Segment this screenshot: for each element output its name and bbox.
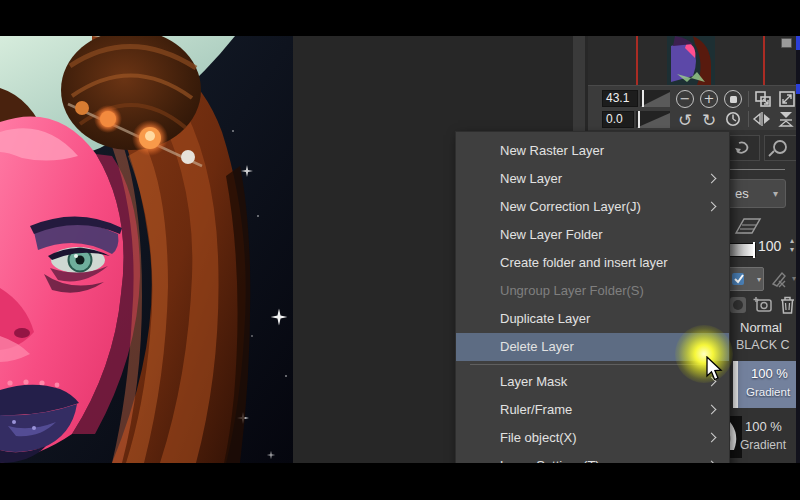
zoom-in-button[interactable]: + bbox=[700, 90, 718, 108]
submenu-arrow-icon bbox=[707, 202, 717, 212]
new-layer-button[interactable] bbox=[753, 294, 774, 316]
tab-auto-action[interactable] bbox=[728, 135, 760, 161]
menu-item-create-folder-insert-layer[interactable]: Create folder and insert layer bbox=[456, 249, 729, 277]
navigator-preview-area[interactable] bbox=[588, 36, 800, 85]
clipping-combo-button[interactable]: ▾ bbox=[726, 267, 764, 291]
flip-horizontal-button[interactable] bbox=[752, 110, 770, 128]
zoom-value-field[interactable]: 43.1 bbox=[602, 90, 638, 107]
opacity-slider-handle[interactable] bbox=[753, 242, 755, 258]
letterbox-top bbox=[0, 0, 800, 36]
zoom-slider[interactable] bbox=[640, 90, 670, 107]
menu-item-new-raster-layer[interactable]: New Raster Layer bbox=[456, 137, 729, 165]
rotation-value-field[interactable]: 0.0 bbox=[602, 111, 634, 128]
menu-item-layer-mask[interactable]: Layer Mask bbox=[456, 368, 729, 396]
layer-row-selected[interactable]: 100 % Gradient bbox=[738, 361, 800, 408]
chevron-down-icon: ▾ bbox=[773, 180, 778, 207]
layer-opacity[interactable]: 100 % bbox=[745, 419, 782, 434]
window-edge bbox=[796, 36, 800, 463]
effect-combo-button-disabled[interactable]: ▾ bbox=[768, 267, 798, 291]
chevron-down-icon: ▾ bbox=[757, 275, 761, 284]
menu-item-new-layer-folder[interactable]: New Layer Folder bbox=[456, 221, 729, 249]
layer-name: Gradient bbox=[746, 386, 798, 398]
fit-vertical-button[interactable] bbox=[778, 110, 796, 128]
menu-item-new-correction-layer[interactable]: New Correction Layer(J) bbox=[456, 193, 729, 221]
menu-item-layer-settings-partial[interactable]: Layer Settings(T) bbox=[456, 452, 729, 463]
panel-window-icon[interactable] bbox=[781, 38, 792, 48]
navigator-frame-right bbox=[763, 36, 765, 85]
submenu-arrow-icon bbox=[707, 405, 717, 415]
rotate-right-button[interactable]: ↻ bbox=[699, 110, 719, 130]
layer-palette-tab-icon[interactable] bbox=[730, 215, 764, 239]
menu-item-file-object[interactable]: File object(X) bbox=[456, 424, 729, 452]
menu-item-ungroup-layer-folder: Ungroup Layer Folder(S) bbox=[456, 277, 729, 305]
layer-name[interactable]: Gradient bbox=[740, 438, 798, 452]
app-window: 43.1 − + bbox=[0, 0, 800, 500]
layer-context-menu: New Raster Layer New Layer New Correctio… bbox=[455, 131, 730, 463]
rotation-slider[interactable] bbox=[636, 111, 670, 128]
actual-size-button[interactable] bbox=[724, 90, 742, 108]
zoom-out-button[interactable]: − bbox=[676, 90, 694, 108]
menu-item-delete-layer[interactable]: Delete Layer bbox=[456, 333, 729, 361]
submenu-arrow-icon bbox=[707, 433, 717, 443]
navigator-frame-left bbox=[636, 36, 638, 85]
opacity-value[interactable]: 100 bbox=[758, 238, 786, 254]
reset-rotation-button[interactable] bbox=[724, 110, 742, 128]
layer-mask-button[interactable] bbox=[728, 294, 749, 316]
letterbox-bottom bbox=[0, 463, 800, 500]
workspace: 43.1 − + bbox=[0, 36, 800, 463]
layer-opacity: 100 % bbox=[751, 366, 788, 381]
artwork-canvas[interactable] bbox=[0, 36, 293, 463]
menu-item-new-layer[interactable]: New Layer bbox=[456, 165, 729, 193]
rotate-left-button[interactable]: ↺ bbox=[675, 110, 695, 130]
opacity-slider[interactable] bbox=[726, 243, 756, 257]
navigator-thumbnail[interactable] bbox=[667, 36, 715, 85]
mouse-cursor bbox=[705, 356, 723, 383]
menu-item-duplicate-layer[interactable]: Duplicate Layer bbox=[456, 305, 729, 333]
fit-to-screen-button[interactable] bbox=[778, 90, 796, 108]
delete-layer-trash-button[interactable] bbox=[777, 294, 798, 316]
dropdown-value: es bbox=[735, 186, 749, 201]
blend-mode-label[interactable]: Normal bbox=[740, 320, 782, 335]
navigator-controls: 43.1 − + bbox=[588, 85, 800, 130]
menu-item-ruler-frame[interactable]: Ruler/Frame bbox=[456, 396, 729, 424]
submenu-arrow-icon bbox=[707, 174, 717, 184]
tab-selection[interactable] bbox=[764, 135, 797, 161]
layer-name-clipped[interactable]: BLACK C bbox=[736, 338, 800, 352]
menu-separator bbox=[456, 361, 729, 368]
fit-to-window-button[interactable] bbox=[754, 90, 772, 108]
